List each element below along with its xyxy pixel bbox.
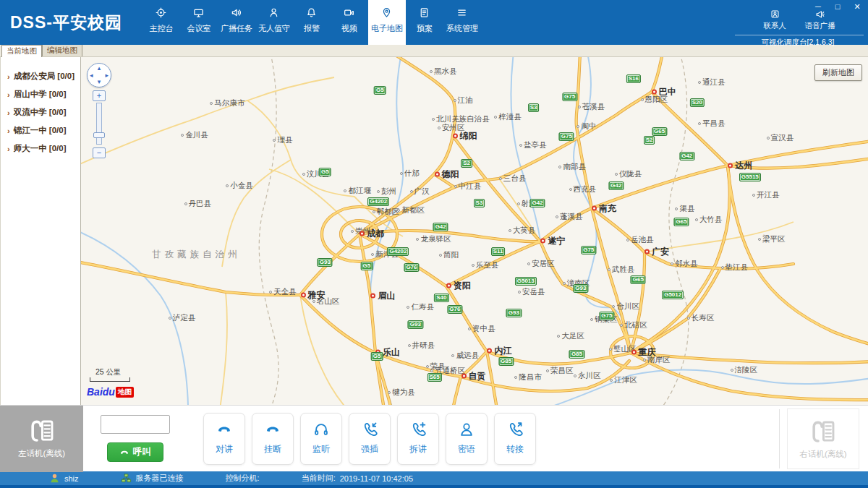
tree-item[interactable]: ›双流中学 [0/0] xyxy=(1,103,80,121)
tree-item[interactable]: ›锦江一中 [0/0] xyxy=(1,121,80,140)
panel-divider xyxy=(779,409,780,468)
tab-video[interactable]: 视频 xyxy=(331,0,368,45)
tree-item-label: 双流中学 [0/0] xyxy=(14,107,67,118)
tab-label: 主控台 xyxy=(149,23,173,34)
phone-btn-label: 密语 xyxy=(458,443,475,455)
tree-item[interactable]: ›眉山中学 [0/0] xyxy=(1,85,80,103)
map-pan-control[interactable]: ▴ ▾ ◂ ▸ xyxy=(87,63,111,87)
phone-number-input[interactable] xyxy=(101,415,170,434)
title-bar: DSS-平安校园 主控台会议室广播任务无人值守报警视频电子地图预案系统管理 ─ … xyxy=(0,0,868,45)
call-button-label: 呼叫 xyxy=(133,446,151,458)
expand-arrow-icon[interactable]: › xyxy=(7,127,10,135)
tab-console[interactable]: 主控台 xyxy=(142,0,180,45)
control-extension-label: 控制分机: xyxy=(226,473,260,484)
phone-btn-label: 拆讲 xyxy=(409,443,427,455)
dss-application-window: DSS-平安校园 主控台会议室广播任务无人值守报警视频电子地图预案系统管理 ─ … xyxy=(0,0,868,488)
tab-alarm[interactable]: 报警 xyxy=(293,0,331,45)
phone-btn-handset[interactable]: 挂断 xyxy=(252,413,294,465)
expand-arrow-icon[interactable]: › xyxy=(7,72,10,81)
tab-label: 广播任务 xyxy=(221,23,252,34)
map-canvas[interactable]: 都江堰彭州什邡广汉中江县三台县盐亭县郫都区新都区龙泉驿区崇州新津县简阳江油北川羌… xyxy=(81,57,868,405)
tab-unattended[interactable]: 无人值守 xyxy=(255,0,293,45)
right-phone-status-box[interactable]: 右话机(离线) xyxy=(787,408,859,469)
phone-btn-phone-plus[interactable]: 拆讲 xyxy=(397,413,439,465)
close-button[interactable]: ✕ xyxy=(852,2,862,12)
minimize-button[interactable]: ─ xyxy=(813,2,823,12)
server-network-icon xyxy=(121,473,132,484)
toolbar-contacts-button[interactable]: 联系人 xyxy=(763,9,786,31)
toolbar-label: 联系人 xyxy=(763,21,786,31)
call-handset-icon xyxy=(119,448,129,458)
phone-btn-phone-in[interactable]: 强插 xyxy=(349,413,391,465)
phone-btn-label: 转接 xyxy=(506,443,524,455)
baidu-map-logo: Baidu 地图 xyxy=(87,386,134,398)
main-nav: 主控台会议室广播任务无人值守报警视频电子地图预案系统管理 xyxy=(142,0,481,45)
map-navigation-control: ▴ ▾ ◂ ▸ + − xyxy=(87,63,113,158)
app-title: DSS-平安校园 xyxy=(0,0,122,45)
tree-item-label: 眉山中学 [0/0] xyxy=(14,89,67,100)
user-avatar-icon xyxy=(49,473,60,484)
tab-label: 视频 xyxy=(341,23,357,34)
tab-label: 会议室 xyxy=(187,23,210,34)
handset-icon xyxy=(216,421,232,437)
phone-action-buttons: 对讲挂断监听强插拆讲密语转接 xyxy=(203,413,536,465)
system-icon xyxy=(456,7,467,18)
expand-arrow-icon[interactable]: › xyxy=(7,90,10,99)
dial-block: 呼叫 xyxy=(89,415,182,462)
map-zoom-out-button[interactable]: − xyxy=(93,147,106,158)
telephone-panel: 左话机(离线) 呼叫 对讲挂断监听强插拆讲密语转接 右话机(离线) xyxy=(0,405,868,471)
current-time-label: 当前时间: xyxy=(302,473,336,484)
tab-label: 无人值守 xyxy=(258,23,290,34)
left-phone-status-box[interactable]: 左话机(离线) xyxy=(0,406,83,472)
contacts-icon xyxy=(770,9,780,19)
sidebar-tab-0[interactable]: 当前地图 xyxy=(1,45,42,57)
tab-broadcast[interactable]: 广播任务 xyxy=(218,0,255,45)
expand-arrow-icon[interactable]: › xyxy=(7,108,10,117)
map-zoom-slider-handle[interactable] xyxy=(93,132,105,138)
server-status-label: 服务器已连接 xyxy=(136,473,184,484)
expand-arrow-icon[interactable]: › xyxy=(7,145,10,153)
tab-map[interactable]: 电子地图 xyxy=(368,0,406,45)
call-button[interactable]: 呼叫 xyxy=(107,442,163,462)
phone-btn-phone-out[interactable]: 转接 xyxy=(494,413,536,465)
toolbar-megaphone-button[interactable]: 语音广播 xyxy=(805,9,835,31)
baidu-logo-text: Baidu xyxy=(87,386,115,398)
map-roads-graphic xyxy=(81,57,868,405)
phone-btn-label: 挂断 xyxy=(264,443,281,455)
maximize-button[interactable]: □ xyxy=(833,2,843,12)
refresh-map-button[interactable]: 刷新地图 xyxy=(814,64,862,81)
tree-item[interactable]: ›师大一中 [0/0] xyxy=(1,140,80,158)
phone-btn-label: 监听 xyxy=(312,443,330,455)
tab-label: 电子地图 xyxy=(371,23,403,34)
person-icon xyxy=(459,421,475,437)
status-bar: shiz 服务器已连接 控制分机: 当前时间: 2019-11-07 10:42… xyxy=(0,471,868,488)
version-label: 可视化调度台[2.1.6.3] xyxy=(735,35,864,48)
username-label: shiz xyxy=(64,474,79,483)
tab-system[interactable]: 系统管理 xyxy=(443,0,481,45)
pan-up-arrow-icon: ▴ xyxy=(98,65,101,72)
titlebar-right-block: ─ □ ✕ 联系人语音广播 可视化调度台[2.1.6.3] xyxy=(735,0,864,48)
tree-item[interactable]: ›成都公安局 [0/0] xyxy=(1,67,80,85)
right-phone-icon xyxy=(810,419,836,445)
content-area: ›成都公安局 [0/0]›眉山中学 [0/0]›双流中学 [0/0]›锦江一中 … xyxy=(0,57,868,405)
phone-plus-icon xyxy=(410,421,426,437)
tab-label: 预案 xyxy=(417,23,433,34)
window-controls: ─ □ ✕ xyxy=(813,2,862,12)
toolbar-label: 语音广播 xyxy=(805,21,835,31)
phone-btn-headset[interactable]: 监听 xyxy=(300,413,342,465)
map-zoom-in-button[interactable]: + xyxy=(93,90,106,101)
meeting-icon xyxy=(193,7,204,18)
tree-item-label: 师大一中 [0/0] xyxy=(14,143,67,154)
sidebar-tab-1[interactable]: 编辑地图 xyxy=(42,44,82,56)
broadcast-icon xyxy=(231,7,242,18)
tab-plan[interactable]: 预案 xyxy=(406,0,443,45)
phone-btn-person[interactable]: 密语 xyxy=(446,413,488,465)
tab-meeting[interactable]: 会议室 xyxy=(180,0,218,45)
map-zoom-slider[interactable] xyxy=(96,103,102,145)
phone-btn-handset[interactable]: 对讲 xyxy=(203,413,245,465)
headset-icon xyxy=(313,421,329,437)
pan-down-arrow-icon: ▾ xyxy=(98,79,101,85)
plan-icon xyxy=(419,7,430,18)
phone-in-icon xyxy=(362,421,378,437)
titlebar-toolbar: 联系人语音广播 xyxy=(735,9,864,31)
